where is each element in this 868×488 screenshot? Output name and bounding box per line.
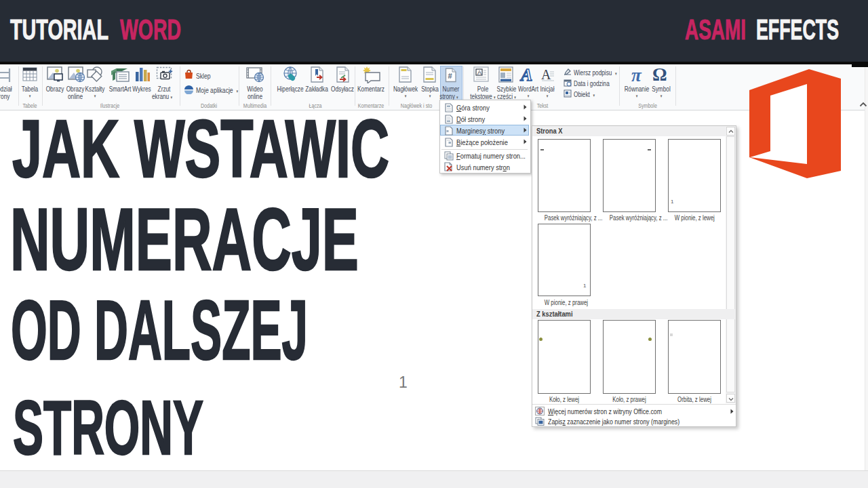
svg-text:A: A xyxy=(541,67,551,82)
svg-text:EFFECTS: EFFECTS xyxy=(756,14,839,45)
svg-text:WORD: WORD xyxy=(120,14,181,45)
svg-text:ASAMI: ASAMI xyxy=(685,14,746,45)
svg-text:TUTORIAL: TUTORIAL xyxy=(10,14,108,45)
svg-text:OD DALSZEJ: OD DALSZEJ xyxy=(11,283,308,377)
svg-text:A: A xyxy=(519,66,532,83)
svg-text:JAK WSTAWIC: JAK WSTAWIC xyxy=(12,108,389,195)
svg-text:#: # xyxy=(448,72,452,80)
svg-text:STRONY: STRONY xyxy=(13,384,203,468)
svg-text:NUMERACJE: NUMERACJE xyxy=(10,190,359,288)
svg-text:A: A xyxy=(477,69,481,76)
